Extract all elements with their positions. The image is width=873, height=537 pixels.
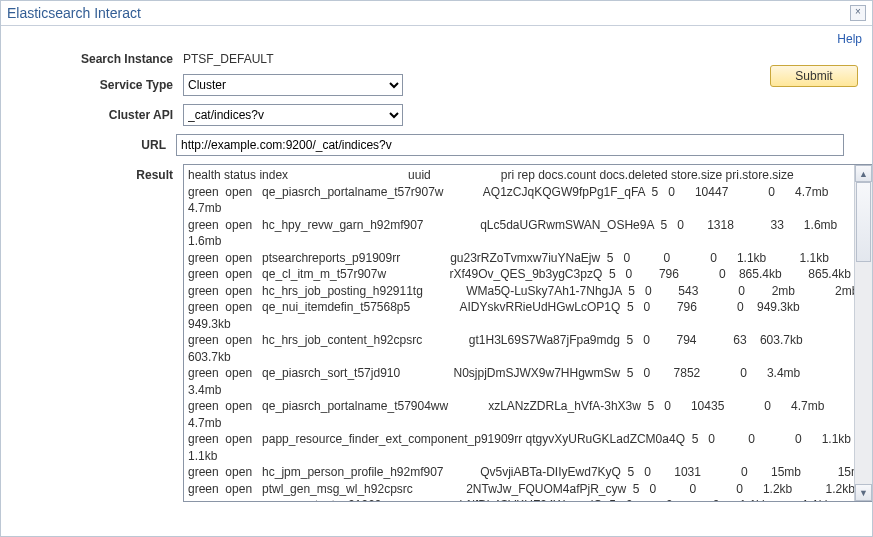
result-line: 949.3kb [188,316,851,333]
close-icon[interactable]: × [850,5,866,21]
result-line: 3.4mb [188,382,851,399]
label-service-type: Service Type [13,78,183,92]
label-result: Result [13,168,183,182]
scroll-track[interactable] [855,182,872,484]
result-line: 4.7mb [188,415,851,432]
result-line: 603.7kb [188,349,851,366]
scroll-up-icon[interactable]: ▲ [855,165,872,182]
result-line: green open qe_piasrch_portalname_t57904w… [188,398,851,415]
label-search-instance: Search Instance [13,52,183,66]
result-line: green open hc_jpm_person_profile_h92mf90… [188,464,851,481]
result-line: green open qe_piasrch_portalname_t57r907… [188,184,851,201]
result-line: green open ptsearchreports_p91909rr gu23… [188,250,851,267]
result-content: health status index uuid pri rep docs.co… [184,165,855,501]
result-line: 1.1kb [188,448,851,465]
result-textarea[interactable]: health status index uuid pri rep docs.co… [183,164,873,502]
url-input[interactable] [176,134,844,156]
result-line: green open hc_hrs_job_content_h92cpsrc g… [188,332,851,349]
result-line: green open qe_nui_itemdefin_t57568p5 AID… [188,299,851,316]
result-line: 1.6mb [188,233,851,250]
result-line: green open hc_hpy_revw_garn_h92mf907 qLc… [188,217,851,234]
result-line: health status index uuid pri rep docs.co… [188,167,851,184]
title-bar: Elasticsearch Interact × [1,1,872,26]
label-cluster-api: Cluster API [13,108,183,122]
help-link[interactable]: Help [837,32,862,46]
row-cluster-api: Cluster API _cat/indices?v [13,104,862,126]
row-service-type: Service Type Cluster [13,74,862,96]
help-row: Help [1,26,872,46]
result-line: green open hc_hrs_job_posting_h92911tg W… [188,283,851,300]
window-title: Elasticsearch Interact [7,5,850,21]
result-line: green open qe_piasrch_sort_t57jd910 N0sj… [188,365,851,382]
row-search-instance: Search Instance PTSF_DEFAULT [13,52,862,66]
content-area: Search Instance PTSF_DEFAULT Service Typ… [1,46,872,512]
result-line: green open papp_content_p91909rr nk1jfDh… [188,497,851,501]
value-search-instance: PTSF_DEFAULT [183,52,273,66]
service-type-select[interactable]: Cluster [183,74,403,96]
scroll-thumb[interactable] [856,182,871,262]
submit-button[interactable]: Submit [770,65,858,87]
label-url: URL [13,138,176,152]
scroll-down-icon[interactable]: ▼ [855,484,872,501]
scrollbar-vertical[interactable]: ▲ ▼ [854,165,872,501]
row-url: URL [13,134,862,156]
window-frame: Elasticsearch Interact × Help Submit Sea… [0,0,873,537]
result-line: green open papp_resource_finder_ext_comp… [188,431,851,448]
url-spacer [846,137,862,154]
cluster-api-select[interactable]: _cat/indices?v [183,104,403,126]
result-line: green open qe_cl_itm_m_t57r907w rXf49Ov_… [188,266,851,283]
result-line: 4.7mb [188,200,851,217]
result-line: green open ptwl_gen_msg_wl_h92cpsrc 2NTw… [188,481,851,498]
